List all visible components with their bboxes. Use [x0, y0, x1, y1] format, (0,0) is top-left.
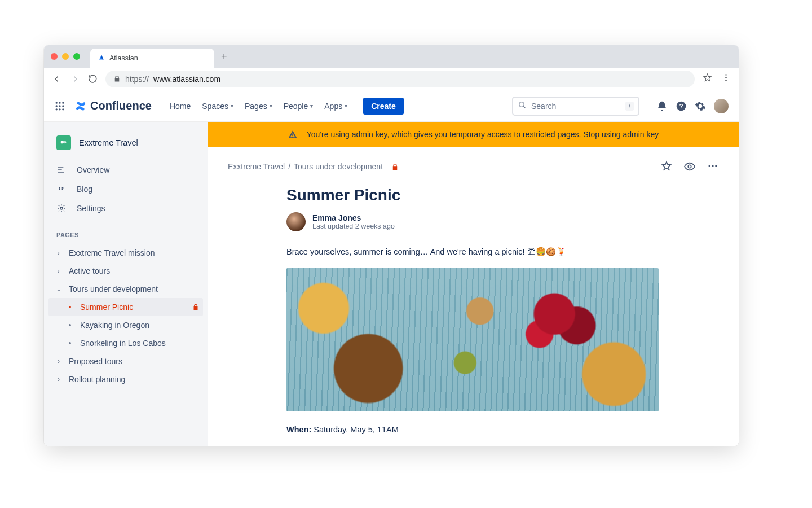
tree-item-active-tours[interactable]: ›Active tours [48, 262, 203, 280]
sidebar-blog[interactable]: Blog [48, 179, 203, 199]
notifications-icon[interactable] [656, 100, 668, 112]
author-avatar[interactable] [286, 212, 306, 231]
minimize-window-button[interactable] [62, 53, 69, 60]
maximize-window-button[interactable] [73, 53, 80, 60]
nav-spaces[interactable]: Spaces▾ [197, 98, 238, 114]
browser-menu-button[interactable] [721, 73, 731, 85]
search-input[interactable]: Search / [512, 97, 639, 116]
svg-point-5 [62, 102, 64, 103]
nav-pages[interactable]: Pages▾ [240, 98, 277, 114]
search-icon [518, 100, 527, 111]
user-avatar[interactable] [714, 99, 729, 113]
confluence-logo[interactable]: Confluence [74, 99, 152, 112]
forward-button[interactable] [70, 74, 80, 84]
quote-icon [56, 185, 67, 194]
svg-point-9 [56, 108, 58, 110]
bookmark-star-button[interactable] [703, 73, 712, 85]
star-button[interactable] [661, 160, 672, 173]
svg-point-8 [62, 105, 64, 107]
close-window-button[interactable] [51, 53, 58, 60]
watch-button[interactable] [683, 160, 696, 173]
nav-apps[interactable]: Apps▾ [320, 98, 352, 114]
more-actions-button[interactable] [707, 160, 718, 173]
bullet-icon: • [65, 339, 74, 348]
svg-point-6 [56, 105, 58, 107]
space-icon [56, 135, 71, 150]
window-controls [51, 53, 80, 60]
nav-home[interactable]: Home [165, 98, 195, 114]
chevron-right-icon: › [54, 375, 63, 383]
banner-stop-link[interactable]: Stop using admin key [583, 130, 659, 139]
svg-rect-16 [58, 167, 63, 168]
reload-button[interactable] [88, 74, 98, 84]
tree-item-kayaking[interactable]: •Kayaking in Oregon [48, 316, 203, 334]
url-protocol: https:// [125, 75, 149, 84]
svg-point-12 [519, 102, 524, 107]
gear-icon [56, 204, 67, 213]
browser-tab-title: Atlassian [109, 54, 138, 62]
svg-point-19 [60, 207, 63, 209]
app-switcher-icon[interactable] [54, 100, 65, 112]
chevron-down-icon: ▾ [310, 103, 313, 109]
new-tab-button[interactable]: + [221, 51, 227, 63]
chevron-right-icon: › [54, 267, 63, 275]
svg-point-3 [56, 102, 58, 103]
app-navbar: Confluence Home Spaces▾ Pages▾ People▾ A… [44, 90, 739, 122]
settings-gear-icon[interactable] [695, 100, 706, 112]
space-header[interactable]: Exxtreme Travel [48, 132, 203, 160]
app-body: Exxtreme Travel Overview Blog Settings P… [44, 122, 739, 446]
author-name[interactable]: Emma Jones [312, 213, 395, 222]
banner-text: You're using admin key, which gives you … [307, 130, 581, 139]
help-icon[interactable]: ? [676, 100, 687, 112]
tree-item-snorkeling[interactable]: •Snorkeling in Los Cabos [48, 334, 203, 352]
back-button[interactable] [52, 74, 62, 84]
chevron-down-icon: ▾ [270, 103, 272, 109]
tree-item-mission[interactable]: ›Exxtreme Travel mission [48, 244, 203, 262]
browser-tab[interactable]: Atlassian [90, 49, 214, 68]
svg-point-7 [59, 105, 60, 107]
svg-point-21 [709, 165, 710, 167]
nav-right-icons: ? [656, 99, 729, 113]
nav-people[interactable]: People▾ [279, 98, 318, 114]
browser-tab-strip: Atlassian + [44, 45, 739, 68]
lock-icon [113, 75, 121, 82]
chevron-right-icon: › [54, 249, 63, 257]
breadcrumb-page[interactable]: Tours under development [294, 162, 383, 171]
svg-point-11 [62, 108, 64, 110]
tree-item-summer-picnic[interactable]: • Summer Picnic [48, 298, 203, 316]
sidebar-settings[interactable]: Settings [48, 199, 203, 218]
svg-point-22 [712, 165, 713, 167]
warning-icon [288, 129, 298, 139]
sidebar-overview[interactable]: Overview [48, 160, 203, 179]
svg-point-2 [725, 80, 727, 81]
brand-text: Confluence [90, 99, 152, 112]
tree-item-rollout[interactable]: ›Rollout planning [48, 370, 203, 388]
space-name: Exxtreme Travel [79, 138, 138, 147]
sidebar: Exxtreme Travel Overview Blog Settings P… [44, 122, 208, 446]
bullet-icon: • [65, 303, 74, 312]
chevron-right-icon: › [54, 357, 63, 365]
when-line: When: Saturday, May 5, 11AM [286, 425, 659, 434]
svg-point-23 [715, 165, 717, 167]
chevron-down-icon: ▾ [231, 103, 233, 109]
svg-point-4 [59, 102, 60, 103]
tree-item-tours-dev[interactable]: ⌄Tours under development [48, 280, 203, 298]
atlassian-favicon-icon [97, 54, 105, 63]
svg-point-0 [725, 74, 727, 76]
svg-rect-17 [58, 169, 62, 170]
breadcrumb-row: Exxtreme Travel / Tours under developmen… [228, 160, 718, 173]
when-value: Saturday, May 5, 11AM [314, 425, 398, 434]
tree-item-proposed[interactable]: ›Proposed tours [48, 352, 203, 370]
breadcrumb: Exxtreme Travel / Tours under developmen… [228, 162, 399, 171]
chevron-down-icon: ⌄ [54, 285, 63, 293]
breadcrumb-space[interactable]: Exxtreme Travel [228, 162, 285, 171]
page-actions [661, 160, 718, 173]
address-field[interactable]: https:// www.atlassian.com [105, 71, 695, 87]
page-content: Exxtreme Travel / Tours under developmen… [208, 147, 739, 446]
intro-paragraph: Brace yourselves, summer is coming… And … [286, 247, 659, 257]
browser-toolbar-right [703, 73, 731, 85]
sidebar-item-label: Overview [77, 165, 109, 174]
byline: Emma Jones Last updated 2 weeks ago [286, 212, 659, 231]
url-host: www.atlassian.com [153, 75, 220, 84]
create-button[interactable]: Create [363, 98, 404, 115]
